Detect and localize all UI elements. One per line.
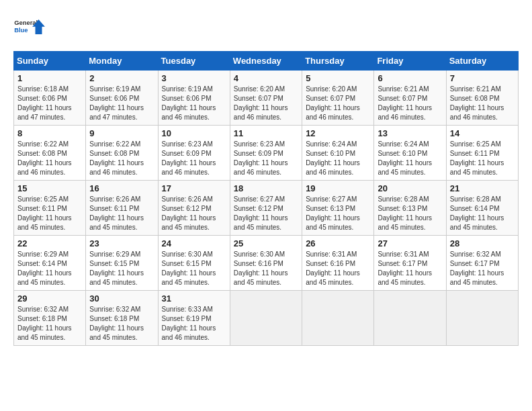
calendar-cell: 13Sunrise: 6:24 AM Sunset: 6:10 PM Dayli… [374,126,446,181]
calendar-cell: 14Sunrise: 6:25 AM Sunset: 6:11 PM Dayli… [446,126,518,181]
day-number: 7 [450,73,515,83]
day-number: 24 [162,238,226,248]
calendar-cell: 21Sunrise: 6:28 AM Sunset: 6:14 PM Dayli… [446,181,518,236]
day-number: 12 [306,128,370,138]
calendar-week-row: 8Sunrise: 6:22 AM Sunset: 6:08 PM Daylig… [14,126,519,181]
day-number: 13 [378,128,442,138]
day-number: 6 [378,73,442,83]
day-detail: Sunrise: 6:33 AM Sunset: 6:19 PM Dayligh… [162,305,226,342]
calendar-cell: 25Sunrise: 6:30 AM Sunset: 6:16 PM Dayli… [230,236,302,291]
calendar-cell: 26Sunrise: 6:31 AM Sunset: 6:16 PM Dayli… [302,236,374,291]
calendar-cell [374,291,446,346]
day-detail: Sunrise: 6:24 AM Sunset: 6:10 PM Dayligh… [306,140,370,177]
day-number: 15 [17,183,82,193]
calendar-cell: 24Sunrise: 6:30 AM Sunset: 6:15 PM Dayli… [158,236,230,291]
day-header-wednesday: Wednesday [230,52,302,71]
calendar-week-row: 15Sunrise: 6:25 AM Sunset: 6:11 PM Dayli… [14,181,519,236]
svg-text:Blue: Blue [14,27,28,34]
day-number: 16 [89,183,154,193]
day-detail: Sunrise: 6:30 AM Sunset: 6:16 PM Dayligh… [234,250,298,287]
calendar-cell: 5Sunrise: 6:20 AM Sunset: 6:07 PM Daylig… [302,71,374,126]
day-detail: Sunrise: 6:20 AM Sunset: 6:07 PM Dayligh… [306,85,370,122]
day-header-friday: Friday [374,52,446,71]
day-number: 8 [17,128,82,138]
calendar-cell: 29Sunrise: 6:32 AM Sunset: 6:18 PM Dayli… [14,291,86,346]
day-number: 26 [306,238,370,248]
calendar-cell: 6Sunrise: 6:21 AM Sunset: 6:07 PM Daylig… [374,71,446,126]
calendar-cell: 16Sunrise: 6:26 AM Sunset: 6:11 PM Dayli… [86,181,158,236]
calendar-cell: 2Sunrise: 6:19 AM Sunset: 6:06 PM Daylig… [86,71,158,126]
day-detail: Sunrise: 6:27 AM Sunset: 6:13 PM Dayligh… [306,195,370,232]
day-number: 30 [89,293,154,304]
calendar-week-row: 29Sunrise: 6:32 AM Sunset: 6:18 PM Dayli… [14,291,519,346]
day-number: 23 [89,238,154,248]
day-detail: Sunrise: 6:25 AM Sunset: 6:11 PM Dayligh… [17,195,82,232]
day-detail: Sunrise: 6:31 AM Sunset: 6:16 PM Dayligh… [306,250,370,287]
day-number: 31 [162,293,226,304]
day-number: 5 [306,73,370,83]
calendar-cell: 12Sunrise: 6:24 AM Sunset: 6:10 PM Dayli… [302,126,374,181]
calendar-cell: 4Sunrise: 6:20 AM Sunset: 6:07 PM Daylig… [230,71,302,126]
day-number: 21 [450,183,515,193]
day-number: 14 [450,128,515,138]
day-number: 22 [17,238,82,248]
calendar-cell: 20Sunrise: 6:28 AM Sunset: 6:13 PM Dayli… [374,181,446,236]
day-header-tuesday: Tuesday [158,52,230,71]
calendar-header-row: SundayMondayTuesdayWednesdayThursdayFrid… [14,52,519,71]
calendar-cell: 1Sunrise: 6:18 AM Sunset: 6:06 PM Daylig… [14,71,86,126]
calendar-cell: 30Sunrise: 6:32 AM Sunset: 6:18 PM Dayli… [86,291,158,346]
day-number: 4 [234,73,298,83]
calendar-cell: 28Sunrise: 6:32 AM Sunset: 6:17 PM Dayli… [446,236,518,291]
day-detail: Sunrise: 6:29 AM Sunset: 6:14 PM Dayligh… [17,250,82,287]
day-detail: Sunrise: 6:18 AM Sunset: 6:06 PM Dayligh… [17,85,82,122]
day-detail: Sunrise: 6:31 AM Sunset: 6:17 PM Dayligh… [378,250,442,287]
day-number: 18 [234,183,298,193]
day-number: 1 [17,73,82,83]
day-number: 19 [306,183,370,193]
calendar-cell: 11Sunrise: 6:23 AM Sunset: 6:09 PM Dayli… [230,126,302,181]
calendar-cell: 27Sunrise: 6:31 AM Sunset: 6:17 PM Dayli… [374,236,446,291]
day-number: 3 [162,73,226,83]
calendar-cell: 9Sunrise: 6:22 AM Sunset: 6:08 PM Daylig… [86,126,158,181]
day-detail: Sunrise: 6:26 AM Sunset: 6:11 PM Dayligh… [89,195,154,232]
calendar-cell: 22Sunrise: 6:29 AM Sunset: 6:14 PM Dayli… [14,236,86,291]
day-header-thursday: Thursday [302,52,374,71]
calendar-cell: 8Sunrise: 6:22 AM Sunset: 6:08 PM Daylig… [14,126,86,181]
day-detail: Sunrise: 6:21 AM Sunset: 6:08 PM Dayligh… [450,85,515,122]
calendar-cell: 15Sunrise: 6:25 AM Sunset: 6:11 PM Dayli… [14,181,86,236]
day-detail: Sunrise: 6:23 AM Sunset: 6:09 PM Dayligh… [162,140,226,177]
calendar-cell: 7Sunrise: 6:21 AM Sunset: 6:08 PM Daylig… [446,71,518,126]
day-detail: Sunrise: 6:19 AM Sunset: 6:06 PM Dayligh… [89,85,154,122]
day-number: 17 [162,183,226,193]
day-number: 25 [234,238,298,248]
day-detail: Sunrise: 6:23 AM Sunset: 6:09 PM Dayligh… [234,140,298,177]
calendar-cell: 10Sunrise: 6:23 AM Sunset: 6:09 PM Dayli… [158,126,230,181]
calendar-cell: 17Sunrise: 6:26 AM Sunset: 6:12 PM Dayli… [158,181,230,236]
calendar-cell: 23Sunrise: 6:29 AM Sunset: 6:15 PM Dayli… [86,236,158,291]
page-header: General Blue [13,13,519,40]
day-detail: Sunrise: 6:22 AM Sunset: 6:08 PM Dayligh… [89,140,154,177]
calendar-cell: 31Sunrise: 6:33 AM Sunset: 6:19 PM Dayli… [158,291,230,346]
calendar-week-row: 22Sunrise: 6:29 AM Sunset: 6:14 PM Dayli… [14,236,519,291]
day-detail: Sunrise: 6:28 AM Sunset: 6:13 PM Dayligh… [378,195,442,232]
day-detail: Sunrise: 6:32 AM Sunset: 6:18 PM Dayligh… [17,305,82,342]
day-number: 20 [378,183,442,193]
day-number: 9 [89,128,154,138]
day-detail: Sunrise: 6:26 AM Sunset: 6:12 PM Dayligh… [162,195,226,232]
day-detail: Sunrise: 6:21 AM Sunset: 6:07 PM Dayligh… [378,85,442,122]
day-detail: Sunrise: 6:22 AM Sunset: 6:08 PM Dayligh… [17,140,82,177]
calendar-table: SundayMondayTuesdayWednesdayThursdayFrid… [13,51,519,346]
day-detail: Sunrise: 6:24 AM Sunset: 6:10 PM Dayligh… [378,140,442,177]
day-number: 29 [17,293,82,304]
day-detail: Sunrise: 6:29 AM Sunset: 6:15 PM Dayligh… [89,250,154,287]
day-number: 2 [89,73,154,83]
day-detail: Sunrise: 6:25 AM Sunset: 6:11 PM Dayligh… [450,140,515,177]
logo-svg: General Blue [13,13,47,40]
calendar-cell: 19Sunrise: 6:27 AM Sunset: 6:13 PM Dayli… [302,181,374,236]
day-detail: Sunrise: 6:27 AM Sunset: 6:12 PM Dayligh… [234,195,298,232]
day-header-sunday: Sunday [14,52,86,71]
day-detail: Sunrise: 6:19 AM Sunset: 6:06 PM Dayligh… [162,85,226,122]
day-detail: Sunrise: 6:32 AM Sunset: 6:18 PM Dayligh… [89,305,154,342]
calendar-week-row: 1Sunrise: 6:18 AM Sunset: 6:06 PM Daylig… [14,71,519,126]
day-number: 11 [234,128,298,138]
